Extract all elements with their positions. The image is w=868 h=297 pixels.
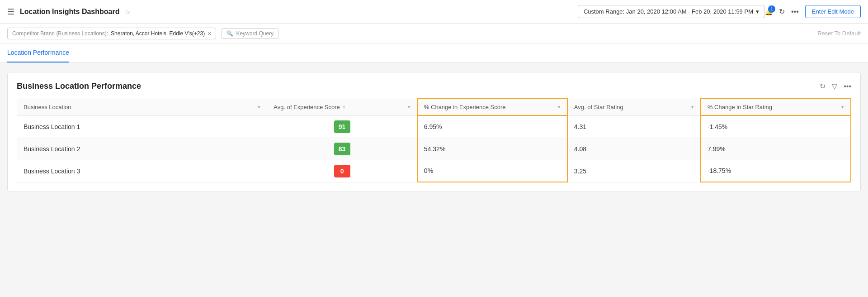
col-label-avg-star-rating: Avg. of Star Rating	[574, 104, 623, 110]
card-filter-icon[interactable]: ▽	[832, 82, 837, 91]
main-content: Business Location Performance ↻ ▽ ••• Bu…	[0, 63, 868, 201]
card-header: Business Location Performance ↻ ▽ •••	[17, 81, 851, 91]
card-title: Business Location Performance	[17, 81, 141, 91]
search-icon: 🔍	[226, 30, 233, 37]
card-refresh-icon[interactable]: ↻	[820, 82, 826, 91]
cell-pct-change-experience-2: 54.32%	[417, 138, 567, 160]
refresh-icon[interactable]: ↻	[779, 7, 785, 16]
more-options-icon[interactable]: •••	[791, 8, 799, 16]
col-dropdown-pct-change-experience-icon[interactable]	[558, 104, 561, 110]
cell-location-3: Business Location 3	[17, 160, 267, 182]
topbar-left: ☰ Location Insights Dashboard ☆	[7, 7, 578, 17]
performance-table: Business Location Avg. of Experience Sco…	[17, 98, 851, 182]
filter-value: Sheraton, Accor Hotels, Eddie V's(+23)	[111, 30, 205, 37]
col-header-business-location[interactable]: Business Location	[17, 99, 267, 115]
tabbar: Location Performance	[0, 43, 868, 63]
col-dropdown-avg-experience-score-icon[interactable]	[408, 104, 410, 110]
filter-label: Competitor Brand (Business Locations):	[12, 30, 108, 37]
cell-avg-experience-score-1: 91	[267, 115, 417, 138]
notification-badge: 1	[768, 5, 775, 13]
score-badge-3: 0	[334, 165, 350, 177]
keyword-placeholder: Keyword Query	[236, 30, 274, 37]
col-dropdown-pct-change-star-icon[interactable]	[841, 104, 844, 110]
cell-avg-star-rating-2: 4.08	[567, 138, 701, 160]
date-range-button[interactable]: Custom Range: Jan 20, 2020 12:00 AM - Fe…	[578, 5, 765, 18]
cell-avg-star-rating-3: 3.25	[567, 160, 701, 182]
bookmark-icon[interactable]: ☆	[125, 8, 131, 15]
app-title: Location Insights Dashboard	[20, 8, 119, 16]
reset-to-default-link[interactable]: Reset To Default	[817, 30, 861, 37]
cell-location-1: Business Location 1	[17, 115, 267, 138]
card-actions: ↻ ▽ •••	[820, 82, 851, 91]
score-badge-2: 83	[334, 143, 350, 155]
col-label-business-location: Business Location	[24, 104, 71, 110]
table-row: Business Location 300%3.25-18.75%	[17, 160, 851, 182]
notification-button[interactable]: 🔔 1	[765, 8, 773, 15]
col-label-pct-change-experience: % Change in Experience Score	[424, 104, 506, 110]
filter-close-icon[interactable]: ×	[208, 30, 211, 37]
score-badge-1: 91	[334, 120, 350, 133]
col-header-pct-change-experience[interactable]: % Change in Experience Score	[417, 99, 567, 115]
col-sort-active-icon[interactable]	[343, 104, 345, 110]
competitor-brand-filter: Competitor Brand (Business Locations): S…	[7, 28, 216, 39]
topbar: ☰ Location Insights Dashboard ☆ Custom R…	[0, 0, 868, 24]
date-range-label: Custom Range: Jan 20, 2020 12:00 AM - Fe…	[584, 8, 753, 15]
cell-avg-experience-score-3: 0	[267, 160, 417, 182]
cell-pct-change-experience-1: 6.95%	[417, 115, 567, 138]
cell-avg-star-rating-1: 4.31	[567, 115, 701, 138]
cell-pct-change-star-1: -1.45%	[701, 115, 851, 138]
col-label-pct-change-star: % Change in Star Rating	[708, 104, 772, 110]
tab-location-performance[interactable]: Location Performance	[7, 43, 69, 62]
business-location-performance-card: Business Location Performance ↻ ▽ ••• Bu…	[7, 72, 861, 192]
cell-avg-experience-score-2: 83	[267, 138, 417, 160]
cell-pct-change-star-2: 7.99%	[701, 138, 851, 160]
edit-mode-button[interactable]: Enter Edit Mode	[805, 5, 861, 18]
col-header-pct-change-star[interactable]: % Change in Star Rating	[701, 99, 851, 115]
card-more-options-icon[interactable]: •••	[844, 82, 851, 91]
col-header-avg-experience-score[interactable]: Avg. of Experience Score	[267, 99, 417, 115]
col-header-avg-star-rating[interactable]: Avg. of Star Rating	[567, 99, 701, 115]
table-row: Business Location 1916.95%4.31-1.45%	[17, 115, 851, 138]
cell-location-2: Business Location 2	[17, 138, 267, 160]
cell-pct-change-experience-3: 0%	[417, 160, 567, 182]
table-row: Business Location 28354.32%4.087.99%	[17, 138, 851, 160]
hamburger-icon[interactable]: ☰	[7, 7, 14, 17]
col-dropdown-avg-star-rating-icon[interactable]	[691, 104, 694, 110]
cell-pct-change-star-3: -18.75%	[701, 160, 851, 182]
col-label-avg-experience-score: Avg. of Experience Score	[274, 104, 340, 110]
date-range-chevron-icon: ▾	[756, 8, 759, 15]
topbar-right: 🔔 1 ↻ ••• Enter Edit Mode	[765, 5, 861, 18]
col-sort-business-location-icon[interactable]	[258, 104, 260, 110]
keyword-query-filter[interactable]: 🔍 Keyword Query	[222, 28, 278, 39]
filterbar: Competitor Brand (Business Locations): S…	[0, 24, 868, 43]
topbar-center: Custom Range: Jan 20, 2020 12:00 AM - Fe…	[578, 5, 765, 18]
